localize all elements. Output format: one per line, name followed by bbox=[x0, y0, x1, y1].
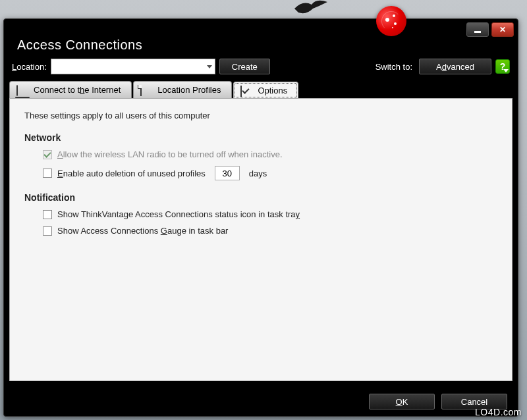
laptop-icon bbox=[16, 86, 28, 95]
days-input[interactable] bbox=[215, 166, 240, 180]
tab-options[interactable]: Options bbox=[233, 82, 298, 99]
checkbox-icon bbox=[240, 86, 252, 95]
titlebar: Access Connections bbox=[4, 19, 518, 53]
watermark: LO4D.com bbox=[475, 407, 522, 417]
checkbox-allow-wlan bbox=[43, 150, 52, 159]
checkbox-auto-delete[interactable] bbox=[43, 169, 52, 178]
create-button[interactable]: Create bbox=[219, 59, 270, 74]
help-icon[interactable]: ? bbox=[495, 59, 510, 74]
window-title: Access Connections bbox=[17, 38, 142, 53]
tab-label: Options bbox=[258, 86, 287, 95]
advanced-button[interactable]: Advanced bbox=[419, 59, 491, 74]
ok-button[interactable]: OK bbox=[369, 394, 435, 409]
option-label: Allow the wireless LAN radio to be turne… bbox=[57, 149, 283, 159]
tab-label: Location Profiles bbox=[157, 85, 221, 95]
tab-connect-internet[interactable]: Connect to the Internet bbox=[9, 81, 132, 98]
checkbox-status-icon[interactable] bbox=[43, 210, 52, 219]
option-label: Show Access Connections Gauge in task ba… bbox=[57, 226, 228, 236]
tab-location-profiles[interactable]: Location Profiles bbox=[133, 81, 232, 98]
option-status-icon: Show ThinkVantage Access Connections sta… bbox=[43, 209, 497, 219]
network-heading: Network bbox=[24, 132, 497, 143]
option-gauge: Show Access Connections Gauge in task ba… bbox=[43, 226, 497, 236]
options-panel: These settings apply to all users of thi… bbox=[9, 98, 513, 381]
switch-to-label: Switch to: bbox=[375, 62, 412, 72]
option-auto-delete: Enable auto deletion of unused profiles … bbox=[43, 166, 497, 180]
option-label: Show ThinkVantage Access Connections sta… bbox=[57, 209, 300, 219]
app-window: ✕ Access Connections Location: Create Sw… bbox=[3, 18, 518, 417]
tab-bar: Connect to the Internet Location Profile… bbox=[4, 80, 518, 98]
chevron-down-icon bbox=[207, 65, 212, 68]
option-label: Enable auto deletion of unused profiles bbox=[57, 169, 206, 178]
toolbar: Location: Create Switch to: Advanced ? bbox=[4, 53, 518, 80]
notification-heading: Notification bbox=[24, 192, 497, 203]
location-combobox[interactable] bbox=[51, 59, 215, 74]
checkbox-gauge[interactable] bbox=[43, 226, 52, 236]
tab-label: Connect to the Internet bbox=[34, 85, 121, 95]
intro-text: These settings apply to all users of thi… bbox=[24, 111, 497, 120]
days-suffix: days bbox=[249, 169, 267, 178]
document-icon bbox=[140, 86, 152, 95]
option-allow-wlan-off: Allow the wireless LAN radio to be turne… bbox=[43, 149, 497, 159]
bird-silhouette bbox=[293, 0, 329, 16]
location-label: Location: bbox=[12, 62, 47, 72]
